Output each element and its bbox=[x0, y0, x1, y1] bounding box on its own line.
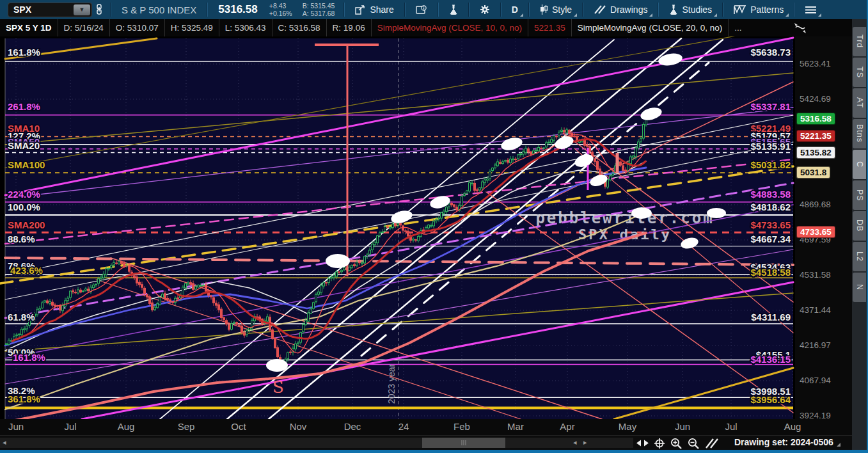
scroll-left-arrow[interactable]: ◂ bbox=[3, 438, 6, 447]
pan-mode-icon[interactable] bbox=[636, 439, 649, 447]
time-axis-label: Jul bbox=[725, 421, 737, 432]
divider bbox=[207, 3, 208, 17]
studies-button[interactable]: Studies bbox=[663, 0, 718, 19]
highlight-ellipse[interactable] bbox=[707, 208, 726, 218]
chart-style-icon bbox=[540, 4, 548, 15]
drawings-button[interactable]: Drawings bbox=[587, 0, 654, 19]
analyze-button[interactable] bbox=[443, 0, 464, 19]
chart-hscrollbar[interactable] bbox=[0, 438, 633, 448]
price-axis-badge: 4733.65 bbox=[796, 226, 835, 238]
sidebar-tab-ts[interactable]: TS bbox=[853, 58, 866, 87]
share-icon bbox=[355, 5, 366, 15]
timeframe-button[interactable]: D bbox=[505, 0, 525, 19]
highlight-ellipse[interactable] bbox=[266, 359, 288, 372]
symbol-input[interactable]: SPX bbox=[8, 4, 72, 15]
timeframe-label: D bbox=[512, 4, 518, 15]
sidebar-tab-trd[interactable]: Trd bbox=[853, 27, 866, 56]
bid-ask-block: B: 5315.45 A: 5317.68 bbox=[303, 2, 335, 17]
settings-button[interactable] bbox=[473, 0, 496, 19]
divider bbox=[468, 3, 470, 17]
sidebar-tab-c[interactable]: C bbox=[853, 150, 866, 179]
menu-button[interactable] bbox=[799, 0, 823, 19]
drawing-set-selector[interactable]: Drawing set: 2024-0506 bbox=[734, 437, 840, 447]
price-axis-tick: 4371.44 bbox=[800, 305, 831, 315]
price-axis-tick: 4531.58 bbox=[800, 270, 831, 280]
crosshair-mode-icon[interactable] bbox=[793, 22, 807, 35]
zoom-in-icon[interactable] bbox=[670, 438, 682, 449]
news-button[interactable] bbox=[409, 0, 434, 19]
time-axis[interactable]: JunJulAugSepOctNovDec24FebMarAprMayJunJu… bbox=[0, 419, 852, 435]
price-chart[interactable]: pebblewriter.comSPX daily2023 yearS161.8… bbox=[0, 36, 795, 419]
scroll-step-left[interactable]: ◂ bbox=[573, 438, 577, 447]
price-axis-tick: 4869.68 bbox=[800, 200, 831, 209]
level-label: SMA200 bbox=[8, 219, 45, 230]
divider bbox=[343, 3, 345, 17]
level-label: $4667.34 bbox=[750, 234, 791, 244]
divider bbox=[722, 3, 723, 17]
bid-value: B: 5315.45 bbox=[303, 2, 335, 10]
time-axis-label: Mar bbox=[507, 421, 524, 432]
price-axis[interactable]: 5623.415424.694869.684697.594531.584371.… bbox=[795, 36, 852, 419]
auto-center-icon[interactable] bbox=[654, 438, 665, 449]
scroll-step-right[interactable]: ▸ bbox=[583, 438, 587, 447]
level-label: $5638.73 bbox=[750, 47, 791, 58]
flask-icon bbox=[669, 4, 678, 15]
sidebar-tab-label: L2 bbox=[855, 251, 864, 262]
sidebar-tab-label: N bbox=[855, 284, 864, 290]
change-percent: +0.16% bbox=[269, 10, 292, 17]
level-label: $5135.91 bbox=[750, 141, 791, 152]
level-label: 88.6% bbox=[8, 234, 35, 244]
ohlc-low: L: 5306.43 bbox=[219, 19, 272, 36]
scrollbar-thumb[interactable] bbox=[422, 438, 505, 448]
divider bbox=[794, 3, 795, 17]
drawing-tools-icon[interactable] bbox=[705, 438, 719, 449]
link-icon[interactable] bbox=[92, 3, 106, 17]
time-axis-label: Jun bbox=[8, 421, 24, 432]
symbol-combo[interactable]: SPX ▼ bbox=[8, 3, 92, 17]
time-axis-label: Aug bbox=[784, 421, 801, 432]
year-divider-label: 2023 year bbox=[386, 364, 397, 404]
sidebar-tab-label: DB bbox=[855, 219, 864, 232]
time-axis-label: Jul bbox=[64, 421, 76, 432]
sidebar-tab-btns[interactable]: Btns bbox=[853, 119, 866, 148]
change-block: +8.43 +0.16% bbox=[269, 2, 292, 17]
ohlc-range: R: 19.06 bbox=[327, 19, 372, 36]
studies-more[interactable]: ... bbox=[729, 19, 747, 36]
study1-value: 5221.35 bbox=[528, 19, 572, 36]
divider bbox=[658, 3, 659, 17]
share-label: Share bbox=[370, 4, 393, 15]
header-spacer bbox=[747, 19, 793, 36]
drawings-icon bbox=[594, 5, 606, 14]
highlight-ellipse[interactable] bbox=[631, 207, 652, 219]
patterns-button[interactable]: Patterns bbox=[727, 0, 790, 19]
time-axis-label: May bbox=[619, 421, 636, 432]
change-value: +8.43 bbox=[269, 2, 292, 10]
sidebar-tab-at[interactable]: AT bbox=[853, 88, 866, 118]
ask-value: A: 5317.68 bbox=[303, 10, 335, 17]
level-label: $5031.82 bbox=[750, 159, 791, 170]
sidebar-tab-ps[interactable]: PS bbox=[853, 180, 866, 210]
hamburger-icon bbox=[805, 6, 816, 14]
chart-title: SPX 5 Y 1D bbox=[0, 19, 58, 36]
price-axis-badge: 5135.82 bbox=[796, 147, 835, 159]
level-label: SMA100 bbox=[8, 159, 45, 170]
level-label: 423.6% bbox=[10, 265, 43, 276]
study1-label[interactable]: SimpleMovingAvg (CLOSE, 10, 0, no) bbox=[372, 19, 528, 36]
gear-icon bbox=[480, 4, 490, 15]
study2-label[interactable]: SimpleMovingAvg (CLOSE, 20, 0, no) bbox=[572, 19, 729, 36]
zoom-out-icon[interactable] bbox=[688, 438, 699, 449]
sidebar-tab-label: Btns bbox=[855, 124, 864, 143]
ohlc-date: D: 5/16/24 bbox=[58, 19, 110, 36]
sidebar-tab-n[interactable]: N bbox=[853, 273, 866, 302]
symbol-dropdown-button[interactable]: ▼ bbox=[74, 4, 90, 15]
sidebar-tab-l2[interactable]: L2 bbox=[853, 242, 866, 271]
sidebar-tab-db[interactable]: DB bbox=[853, 211, 866, 241]
price-axis-tick: 4067.94 bbox=[800, 376, 831, 385]
sidebar-tab-label: TS bbox=[855, 67, 864, 78]
level-label: 161.8% bbox=[13, 352, 45, 363]
share-button[interactable]: Share bbox=[349, 0, 400, 19]
style-button[interactable]: Style bbox=[533, 0, 578, 19]
level-label: 261.8% bbox=[8, 101, 40, 112]
highlight-ellipse[interactable] bbox=[326, 254, 350, 268]
level-label: $4311.69 bbox=[751, 312, 791, 322]
